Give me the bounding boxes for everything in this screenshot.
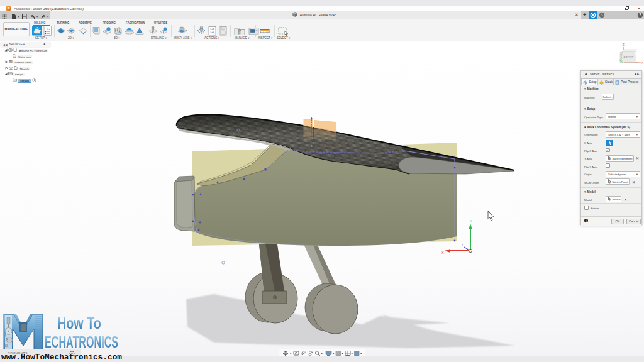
svg-text:X: X xyxy=(441,251,444,255)
svg-text:G2: G2 xyxy=(210,31,214,34)
svg-text:Y: Y xyxy=(470,219,472,223)
svg-text:Z: Z xyxy=(622,43,624,47)
svg-text:X: X xyxy=(641,61,644,65)
svg-text:G: G xyxy=(47,26,50,30)
svg-text:Z: Z xyxy=(462,244,464,247)
svg-text:?: ? xyxy=(639,13,641,17)
svg-text:FRONT: FRONT xyxy=(624,56,634,59)
